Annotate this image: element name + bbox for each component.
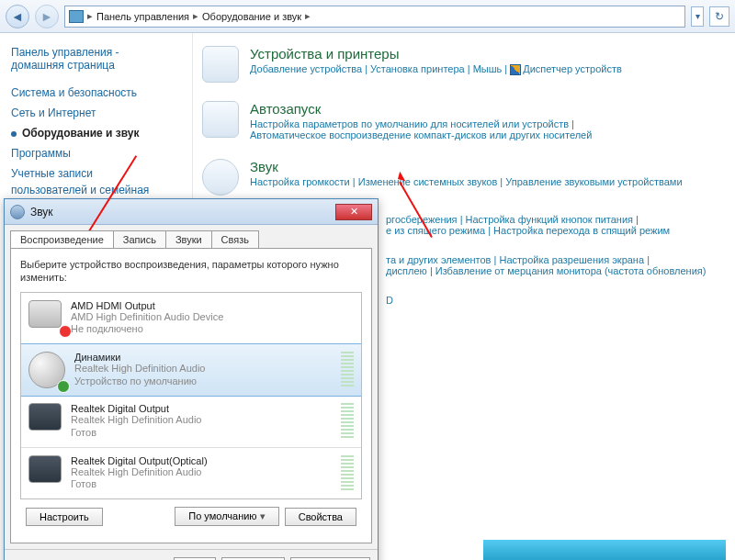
tab-sounds[interactable]: Звуки	[165, 230, 212, 248]
task-link[interactable]: Настройка перехода в спящий режим	[493, 225, 670, 236]
task-link[interactable]: Избавление от мерцания монитора (частота…	[435, 265, 707, 276]
task-link[interactable]: Мышь	[473, 63, 503, 74]
breadcrumb-item[interactable]: Оборудование и звук	[202, 11, 301, 22]
dialog-tabs: Воспроизведение Запись Звуки Связь	[5, 225, 378, 248]
sidebar-item[interactable]: Программы	[11, 143, 181, 163]
device-row[interactable]: Realtek Digital Output Realtek High Defi…	[21, 396, 361, 448]
address-bar: ◄ ► ▸ Панель управления ▸ Оборудование и…	[0, 0, 735, 33]
sidebar-item[interactable]: пользователей и семейная	[11, 180, 181, 200]
tab-page-playback: Выберите устройство воспроизведения, пар…	[10, 248, 372, 543]
instruction-text: Выберите устройство воспроизведения, пар…	[20, 258, 362, 285]
task-link[interactable]: Настройка разрешения экрана	[499, 254, 644, 265]
tab-recording[interactable]: Запись	[113, 230, 166, 248]
category-autoplay: Автозапуск Настройка параметров по умолч…	[202, 101, 726, 140]
breadcrumb-item[interactable]: Панель управления	[96, 11, 189, 22]
task-link[interactable]: Настройка громкости	[250, 176, 350, 187]
dialog-titlebar[interactable]: Звук ✕	[5, 199, 378, 225]
refresh-button[interactable]: ↻	[709, 6, 729, 27]
category-partial: D	[386, 295, 726, 306]
task-link[interactable]: Добавление устройства	[250, 63, 362, 74]
device-row-selected[interactable]: Динамики Realtek High Definition AudioУс…	[20, 343, 362, 397]
chevron-right-icon[interactable]: ▸	[305, 10, 311, 22]
receiver-icon	[28, 455, 62, 483]
autoplay-icon	[202, 101, 239, 138]
task-link[interactable]: Диспетчер устройств	[510, 63, 622, 74]
category-devices: Устройства и принтеры Добавление устройс…	[202, 46, 726, 83]
chevron-right-icon[interactable]: ▸	[193, 10, 198, 22]
monitor-icon	[28, 300, 62, 328]
task-link[interactable]: дисплею	[386, 265, 427, 276]
dialog-footer: OK Отмена Применить	[5, 549, 378, 560]
set-default-button[interactable]: По умолчанию	[175, 507, 278, 526]
configure-button[interactable]: Настроить	[26, 508, 103, 526]
level-meter	[341, 403, 354, 438]
control-panel-icon	[69, 10, 84, 23]
task-link[interactable]: Управление звуковыми устройствами	[505, 176, 682, 187]
task-link[interactable]: Установка принтера	[370, 63, 465, 74]
dialog-title: Звук	[30, 206, 53, 218]
category-sound: Звук Настройка громкости | Изменение сис…	[202, 159, 726, 196]
category-title[interactable]: Звук	[250, 159, 683, 174]
category-title[interactable]: Автозапуск	[250, 101, 592, 117]
task-link[interactable]: та и других элементов	[386, 254, 491, 265]
back-button[interactable]: ◄	[6, 5, 29, 28]
chevron-right-icon[interactable]: ▸	[87, 10, 93, 22]
taskbar-fragment	[483, 540, 726, 560]
task-link[interactable]: Настройка функций кнопок питания	[466, 214, 633, 225]
speaker-icon	[28, 352, 65, 388]
devices-icon	[202, 46, 239, 83]
tab-communications[interactable]: Связь	[211, 230, 259, 248]
sound-icon	[202, 159, 239, 196]
category-partial: та и других элементов | Настройка разреш…	[386, 254, 726, 276]
shield-icon	[510, 64, 521, 75]
sound-dialog: Звук ✕ Воспроизведение Запись Звуки Связ…	[4, 198, 379, 560]
breadcrumb[interactable]: ▸ Панель управления ▸ Оборудование и зву…	[64, 6, 685, 28]
task-link[interactable]: е из спящего режима	[386, 225, 485, 236]
task-link[interactable]: D	[386, 295, 393, 306]
speaker-icon	[10, 205, 25, 219]
sidebar-item[interactable]: Система и безопасность	[11, 83, 181, 103]
properties-button[interactable]: Свойства	[285, 508, 356, 526]
category-partial: ргосбережения | Настройка функций кнопок…	[386, 214, 726, 236]
level-meter	[341, 455, 354, 490]
device-row[interactable]: AMD HDMI Output AMD High Definition Audi…	[21, 293, 361, 345]
device-list[interactable]: AMD HDMI Output AMD High Definition Audi…	[20, 292, 362, 500]
close-button[interactable]: ✕	[335, 204, 372, 220]
sidebar-item-current[interactable]: Оборудование и звук	[11, 123, 181, 143]
category-title[interactable]: Устройства и принтеры	[250, 46, 622, 62]
address-history-dropdown[interactable]: ▾	[691, 6, 704, 27]
status-error-icon	[59, 325, 72, 338]
sidebar-item[interactable]: Сеть и Интернет	[11, 103, 181, 123]
task-link[interactable]: Изменение системных звуков	[358, 176, 498, 187]
status-ok-icon	[57, 380, 70, 393]
task-link[interactable]: Автоматическое воспроизведение компакт-д…	[250, 129, 592, 140]
forward-button[interactable]: ►	[35, 5, 59, 28]
task-link[interactable]: Настройка параметров по умолчанию для но…	[250, 118, 569, 129]
tab-playback[interactable]: Воспроизведение	[10, 230, 114, 248]
device-row[interactable]: Realtek Digital Output(Optical) Realtek …	[21, 448, 361, 499]
level-meter	[341, 352, 354, 386]
sidebar-home-link[interactable]: Панель управления -домашняя страница	[11, 46, 181, 72]
receiver-icon	[28, 403, 62, 431]
